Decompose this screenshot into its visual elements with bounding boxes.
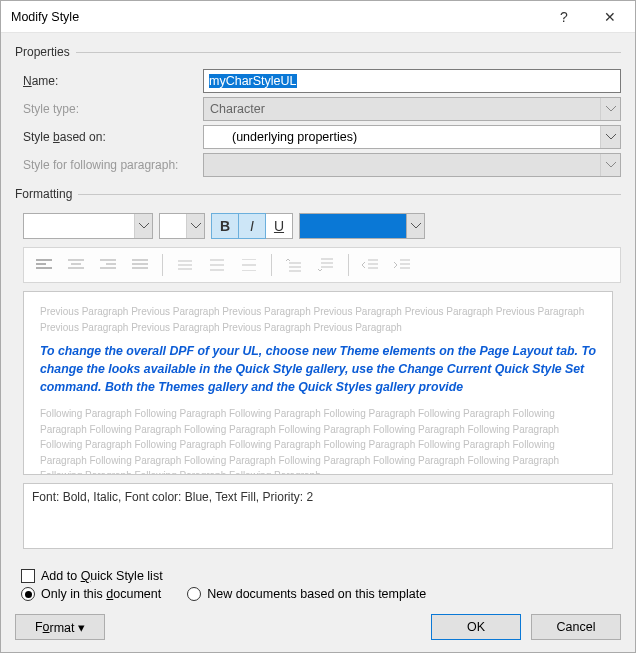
style-type-value: Character: [210, 102, 265, 116]
font-color-swatch: [299, 213, 407, 239]
space-before-inc-button[interactable]: [278, 252, 310, 278]
indent-decrease-button[interactable]: [355, 252, 387, 278]
help-button[interactable]: ?: [541, 2, 587, 32]
italic-button[interactable]: I: [238, 213, 266, 239]
add-quick-style-checkbox[interactable]: [21, 569, 35, 583]
following-label: Style for following paragraph:: [23, 158, 203, 172]
underline-button[interactable]: U: [265, 213, 293, 239]
dialog-title: Modify Style: [11, 10, 541, 24]
chevron-down-icon: [600, 154, 620, 176]
spacing-1-5-button[interactable]: [201, 252, 233, 278]
name-label: Name:: [23, 74, 203, 88]
bold-button[interactable]: B: [211, 213, 239, 239]
font-size-combo[interactable]: [159, 213, 205, 239]
close-button[interactable]: ✕: [587, 2, 633, 32]
align-justify-button[interactable]: [124, 252, 156, 278]
format-button[interactable]: Format ▾: [15, 614, 105, 640]
formatting-legend: Formatting: [15, 187, 78, 201]
modify-style-dialog: Modify Style ? ✕ Properties Name: Style …: [0, 0, 636, 653]
formatting-group: Formatting B I U: [15, 187, 621, 559]
align-center-button[interactable]: [60, 252, 92, 278]
based-on-value: (underlying properties): [232, 130, 357, 144]
based-on-label: Style based on:: [23, 130, 203, 144]
align-right-button[interactable]: [92, 252, 124, 278]
style-type-combo: Character: [203, 97, 621, 121]
spacing-2-button[interactable]: [233, 252, 265, 278]
preview-next-paragraph: Following Paragraph Following Paragraph …: [40, 406, 596, 475]
preview-prev-paragraph: Previous Paragraph Previous Paragraph Pr…: [40, 304, 596, 335]
properties-group: Properties Name: Style type: Character S…: [15, 45, 621, 181]
align-left-button[interactable]: [28, 252, 60, 278]
titlebar: Modify Style ? ✕: [1, 1, 635, 33]
font-family-combo[interactable]: [23, 213, 153, 239]
chevron-down-icon[interactable]: [134, 214, 152, 238]
properties-legend: Properties: [15, 45, 76, 59]
space-before-dec-button[interactable]: [310, 252, 342, 278]
add-quick-style-label: Add to Quick Style list: [41, 569, 163, 583]
font-color-control[interactable]: [299, 213, 425, 239]
new-documents-label: New documents based on this template: [207, 587, 426, 601]
cancel-button[interactable]: Cancel: [531, 614, 621, 640]
chevron-down-icon[interactable]: [186, 214, 204, 238]
only-this-document-radio[interactable]: [21, 587, 35, 601]
font-toolbar: B I U: [23, 213, 621, 239]
chevron-down-icon[interactable]: [407, 213, 425, 239]
preview-sample-text: To change the overall DPF of your UL, ch…: [40, 343, 596, 396]
ok-button[interactable]: OK: [431, 614, 521, 640]
following-combo: [203, 153, 621, 177]
indent-increase-button[interactable]: [387, 252, 419, 278]
style-description: Font: Bold, Italic, Font color: Blue, Te…: [23, 483, 613, 549]
name-input[interactable]: [203, 69, 621, 93]
chevron-down-icon[interactable]: [600, 126, 620, 148]
only-this-document-label: Only in this document: [41, 587, 161, 601]
preview-pane: Previous Paragraph Previous Paragraph Pr…: [23, 291, 613, 475]
spacing-1-button[interactable]: [169, 252, 201, 278]
chevron-down-icon: [600, 98, 620, 120]
new-documents-radio[interactable]: [187, 587, 201, 601]
style-type-label: Style type:: [23, 102, 203, 116]
based-on-combo[interactable]: (underlying properties): [203, 125, 621, 149]
paragraph-toolbar: [23, 247, 621, 283]
